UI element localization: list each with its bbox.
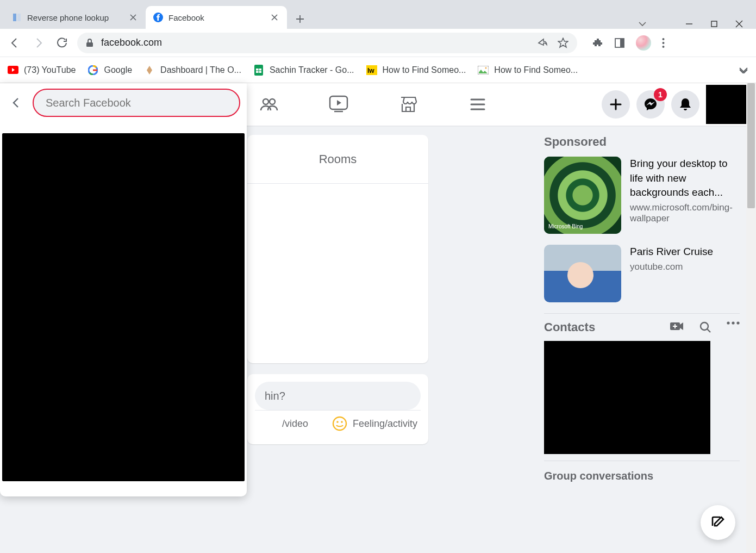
search-dropdown: [0, 83, 247, 496]
sponsored-item-1[interactable]: Microsoft Bing Bring your desktop to lif…: [544, 157, 740, 234]
chrome-menu-icon[interactable]: [662, 38, 665, 48]
contacts-redacted: [544, 341, 710, 454]
url-text: facebook.com: [101, 37, 162, 48]
create-button[interactable]: [602, 90, 630, 119]
lw-icon: lw: [366, 65, 377, 76]
back-button[interactable]: [5, 34, 24, 52]
svg-rect-1: [17, 14, 21, 21]
options-icon[interactable]: [727, 321, 740, 333]
lock-icon: [86, 39, 93, 47]
sponsored-item-2[interactable]: Paris River Cruise youtube.com: [544, 245, 740, 302]
google-icon: [88, 65, 98, 76]
window-controls: [638, 15, 756, 29]
scrollbar[interactable]: [746, 83, 756, 553]
bookmark-label: Google: [104, 65, 132, 75]
notifications-button[interactable]: [671, 90, 699, 119]
scrollbar-thumb[interactable]: [747, 83, 755, 208]
marketplace-tab-icon[interactable]: [397, 94, 419, 115]
extensions-icon[interactable]: [592, 38, 603, 48]
friends-tab-icon[interactable]: [258, 94, 280, 115]
share-icon[interactable]: [537, 38, 548, 48]
picture-icon: [478, 65, 489, 76]
svg-point-18: [263, 99, 268, 104]
svg-point-23: [341, 421, 343, 423]
youtube-icon: [8, 65, 18, 76]
search-back-button[interactable]: [7, 93, 26, 113]
bookmark-pic[interactable]: How to Find Someo...: [478, 65, 578, 76]
extensions-area: [583, 35, 665, 51]
bookmark-star-icon[interactable]: [558, 38, 568, 48]
composer-input[interactable]: hin?: [255, 382, 421, 410]
sponsor-link: www.microsoft.com/bing-wallpaper: [630, 202, 740, 224]
facebook-page: 1 Rooms hin? /video Feeling/ac: [0, 83, 756, 553]
composer-feeling-action[interactable]: Feeling/activity: [332, 416, 417, 431]
bookmark-dashboard[interactable]: Dashboard | The O...: [144, 65, 241, 76]
sponsor-link: youtube.com: [630, 262, 740, 272]
contacts-header: Contacts: [544, 320, 740, 334]
fb-header-right: 1: [602, 85, 756, 124]
new-message-fab[interactable]: [701, 505, 735, 540]
svg-point-26: [727, 321, 729, 324]
menu-tab-icon[interactable]: [467, 94, 489, 115]
profile-avatar[interactable]: [636, 35, 651, 51]
tab-title: Reverse phone lookup: [27, 13, 109, 22]
close-icon[interactable]: [270, 13, 279, 22]
tab-facebook[interactable]: Facebook: [146, 6, 287, 29]
browser-titlebar: Reverse phone lookup Facebook: [0, 0, 756, 29]
close-icon[interactable]: [128, 13, 138, 22]
omnibox[interactable]: facebook.com: [77, 33, 577, 53]
composer-card: hin? /video Feeling/activity: [247, 374, 428, 444]
svg-point-9: [663, 46, 665, 48]
sponsor-title: Bring your desktop to life with new back…: [630, 157, 740, 200]
contacts-heading: Contacts: [544, 320, 595, 334]
odin-icon: [144, 65, 155, 76]
tab-title: Facebook: [168, 13, 204, 22]
svg-text:lw: lw: [367, 67, 374, 74]
favicon-generic: [12, 13, 22, 22]
composer-prompt: hin?: [265, 390, 285, 402]
new-tab-button[interactable]: [290, 9, 310, 29]
bookmark-lw[interactable]: lw How to Find Someo...: [366, 65, 466, 76]
svg-rect-4: [86, 42, 93, 47]
divider: [544, 461, 740, 461]
chevron-down-icon[interactable]: [638, 19, 647, 29]
bookmark-youtube[interactable]: (73) YouTube: [8, 65, 76, 76]
search-input-wrap[interactable]: [33, 89, 240, 117]
feed-column: Rooms hin? /video Feeling/activity: [247, 135, 428, 455]
new-room-icon[interactable]: [670, 321, 684, 333]
reload-button[interactable]: [53, 34, 72, 52]
fb-center-nav: [258, 94, 489, 115]
sponsor-title: Paris River Cruise: [630, 245, 740, 259]
svg-point-19: [270, 99, 275, 104]
close-window-button[interactable]: [734, 19, 744, 29]
search-icon[interactable]: [699, 321, 711, 333]
messenger-button[interactable]: 1: [636, 90, 665, 119]
maximize-button[interactable]: [709, 19, 719, 29]
address-bar: facebook.com: [0, 29, 756, 57]
svg-point-21: [333, 417, 346, 430]
account-redacted[interactable]: [706, 85, 749, 124]
watch-tab-icon[interactable]: [328, 94, 349, 115]
svg-point-22: [336, 421, 339, 423]
forward-button[interactable]: [29, 34, 48, 52]
search-results-redacted: [2, 133, 245, 481]
tab-reverse-lookup[interactable]: Reverse phone lookup: [4, 6, 146, 29]
bookmark-google[interactable]: Google: [88, 65, 132, 76]
action-label: Feeling/activity: [353, 418, 417, 430]
svg-point-8: [663, 42, 665, 44]
minimize-button[interactable]: [684, 19, 694, 29]
bookmark-label: Dashboard | The O...: [160, 65, 241, 75]
composer-video-action[interactable]: /video: [258, 416, 332, 431]
bookmarks-overflow[interactable]: [739, 67, 748, 73]
bookmark-label: How to Find Someo...: [494, 65, 578, 75]
sheets-icon: [253, 65, 264, 76]
divider: [544, 313, 740, 314]
svg-point-28: [736, 321, 739, 324]
svg-rect-3: [711, 21, 717, 27]
rooms-tab[interactable]: Rooms: [247, 135, 428, 184]
smile-icon: [332, 416, 347, 431]
side-panel-icon[interactable]: [614, 38, 625, 48]
bookmark-sheets[interactable]: Sachin Tracker - Go...: [253, 65, 354, 76]
search-input[interactable]: [46, 97, 227, 109]
bookmark-label: Sachin Tracker - Go...: [270, 65, 354, 75]
